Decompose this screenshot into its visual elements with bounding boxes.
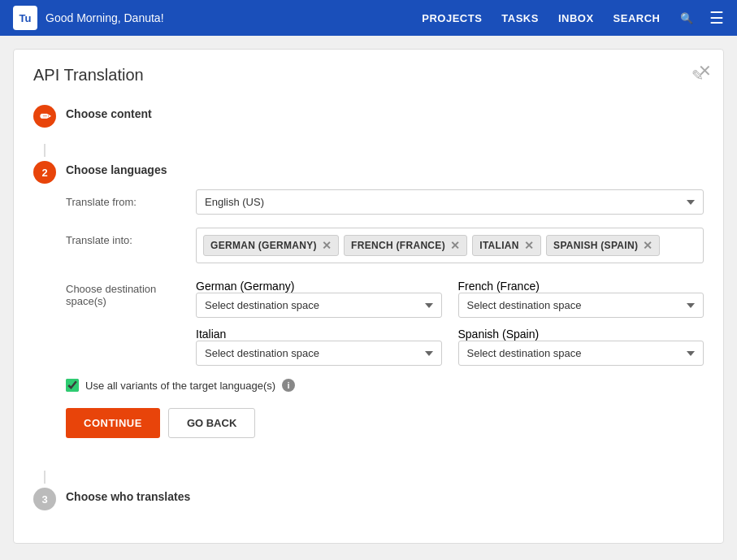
translate-into-label: Translate into: bbox=[66, 228, 196, 246]
header-right: PROJECTS TASKS INBOX SEARCH 🔍 ☰ bbox=[422, 8, 724, 28]
dest-french-item: French (France) Select destination space bbox=[458, 280, 704, 318]
continue-button[interactable]: CONTINUE bbox=[66, 408, 160, 438]
step3-circle: 3 bbox=[33, 488, 56, 510]
greeting-text: Good Morning, Danuta! bbox=[46, 11, 164, 24]
step1-content: Choose content bbox=[66, 104, 704, 120]
search-icon[interactable]: 🔍 bbox=[680, 12, 694, 24]
step2-content: Choose languages Translate from: English… bbox=[66, 160, 704, 454]
app-logo[interactable]: Tu bbox=[13, 6, 37, 30]
destination-grid: German (Germany) Select destination spac… bbox=[196, 280, 704, 366]
tag-german-germany: GERMAN (GERMANY) ✕ bbox=[203, 235, 339, 256]
destination-row: Choose destination space(s) German (Germ… bbox=[66, 276, 704, 366]
dest-german-item: German (Germany) Select destination spac… bbox=[196, 280, 442, 318]
go-back-button[interactable]: GO BACK bbox=[168, 408, 255, 438]
step-3: 3 Choose who translates bbox=[33, 487, 704, 510]
main-nav: PROJECTS TASKS INBOX SEARCH 🔍 bbox=[422, 12, 693, 24]
remove-german-germany[interactable]: ✕ bbox=[322, 240, 332, 251]
remove-spanish-spain[interactable]: ✕ bbox=[643, 240, 652, 251]
nav-inbox[interactable]: INBOX bbox=[558, 12, 594, 24]
translation-card: API Translation ✎ ✕ ✏ Choose content 2 C… bbox=[13, 49, 724, 544]
info-icon[interactable]: i bbox=[282, 379, 295, 392]
language-tags-area: GERMAN (GERMANY) ✕ FRENCH (FRANCE) ✕ ITA… bbox=[196, 228, 704, 263]
translate-into-control: GERMAN (GERMANY) ✕ FRENCH (FRANCE) ✕ ITA… bbox=[196, 228, 704, 263]
dest-spanish-select[interactable]: Select destination space bbox=[458, 341, 704, 366]
step3-title: Choose who translates bbox=[66, 487, 704, 503]
step-divider-1 bbox=[44, 144, 46, 157]
tag-italian: ITALIAN ✕ bbox=[472, 235, 541, 256]
nav-tasks[interactable]: TASKS bbox=[501, 12, 539, 24]
tag-french-france: FRENCH (FRANCE) ✕ bbox=[344, 235, 467, 256]
hamburger-icon[interactable]: ☰ bbox=[709, 8, 724, 28]
translate-from-select[interactable]: English (US) bbox=[196, 189, 704, 215]
dest-german-select[interactable]: Select destination space bbox=[196, 293, 442, 318]
nav-projects[interactable]: PROJECTS bbox=[422, 12, 482, 24]
top-header: Tu Good Morning, Danuta! PROJECTS TASKS … bbox=[0, 0, 737, 36]
translate-into-row: Translate into: GERMAN (GERMANY) ✕ FRENC… bbox=[66, 228, 704, 263]
nav-search[interactable]: SEARCH bbox=[613, 12, 661, 24]
remove-italian[interactable]: ✕ bbox=[524, 240, 534, 251]
destination-label: Choose destination space(s) bbox=[66, 276, 196, 307]
checkbox-row: Use all variants of the target language(… bbox=[66, 379, 704, 392]
main-content: API Translation ✎ ✕ ✏ Choose content 2 C… bbox=[0, 36, 737, 560]
dest-italian-item: Italian Select destination space bbox=[196, 328, 442, 366]
dest-spanish-item: Spanish (Spain) Select destination space bbox=[458, 328, 704, 366]
card-title: API Translation bbox=[33, 66, 144, 85]
step-divider-2 bbox=[44, 471, 46, 484]
remove-french-france[interactable]: ✕ bbox=[450, 240, 460, 251]
close-button[interactable]: ✕ bbox=[698, 61, 712, 80]
card-header: API Translation ✎ bbox=[33, 66, 704, 85]
step3-content: Choose who translates bbox=[66, 487, 704, 503]
dest-german-label: German (Germany) bbox=[196, 280, 294, 293]
step-2: 2 Choose languages Translate from: Engli… bbox=[33, 160, 704, 454]
translate-from-control: English (US) bbox=[196, 189, 704, 215]
header-left: Tu Good Morning, Danuta! bbox=[13, 6, 164, 30]
step1-circle: ✏ bbox=[33, 105, 56, 128]
step2-circle: 2 bbox=[33, 161, 56, 184]
dest-french-select[interactable]: Select destination space bbox=[458, 293, 704, 318]
tag-spanish-spain: SPANISH (SPAIN) ✕ bbox=[546, 235, 660, 256]
dest-french-label: French (France) bbox=[458, 280, 540, 293]
dest-italian-select[interactable]: Select destination space bbox=[196, 341, 442, 366]
step2-title: Choose languages bbox=[66, 160, 704, 176]
dest-spanish-label: Spanish (Spain) bbox=[458, 328, 540, 341]
translate-from-label: Translate from: bbox=[66, 189, 196, 208]
action-buttons: CONTINUE GO BACK bbox=[66, 408, 704, 438]
checkbox-label[interactable]: Use all variants of the target language(… bbox=[85, 380, 275, 392]
dest-italian-label: Italian bbox=[196, 328, 226, 341]
step1-title: Choose content bbox=[66, 104, 704, 120]
use-all-variants-checkbox[interactable] bbox=[66, 379, 79, 392]
destination-control: German (Germany) Select destination spac… bbox=[196, 276, 704, 366]
translate-from-row: Translate from: English (US) bbox=[66, 189, 704, 215]
step-1: ✏ Choose content bbox=[33, 104, 704, 128]
